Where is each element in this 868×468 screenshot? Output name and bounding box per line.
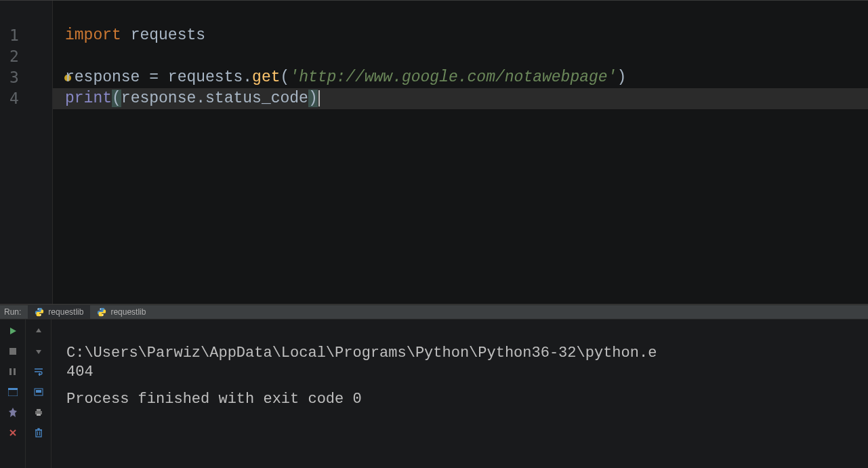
- code-text-area[interactable]: import requests response = requests.get(…: [53, 1, 868, 304]
- code-line-2[interactable]: [65, 46, 868, 67]
- run-config-name: requestlib: [110, 307, 146, 317]
- svg-rect-6: [9, 348, 16, 355]
- svg-marker-5: [10, 328, 16, 334]
- scroll-to-end-button[interactable]: [30, 385, 47, 399]
- stop-button[interactable]: [5, 344, 21, 359]
- line-number: 4: [0, 88, 52, 109]
- svg-point-1: [38, 309, 39, 310]
- run-label: Run:: [0, 307, 28, 317]
- python-icon: [97, 307, 106, 317]
- pause-button[interactable]: [5, 364, 21, 379]
- run-toolbar-secondary: [26, 319, 51, 468]
- svg-point-3: [100, 309, 102, 310]
- line-number: 2: [0, 46, 52, 67]
- rerun-button[interactable]: [5, 324, 21, 338]
- print-button[interactable]: [30, 405, 47, 420]
- svg-rect-8: [14, 368, 16, 375]
- run-toolbar-left: [0, 319, 26, 468]
- soft-wrap-button[interactable]: [30, 364, 47, 379]
- console-line: C:\Users\Parwiz\AppData\Local\Programs\P…: [66, 345, 657, 362]
- svg-point-4: [102, 315, 104, 316]
- code-line-1[interactable]: import requests: [65, 25, 868, 46]
- svg-rect-7: [9, 368, 12, 375]
- scroll-up-button[interactable]: [30, 324, 47, 338]
- run-config-tab-1[interactable]: requestlib: [28, 305, 90, 319]
- svg-point-2: [40, 315, 41, 316]
- svg-rect-10: [8, 388, 18, 390]
- run-config-tab-2[interactable]: requestlib: [90, 305, 152, 319]
- console-output[interactable]: C:\Users\Parwiz\AppData\Local\Programs\P…: [51, 319, 868, 468]
- run-config-name: requestlib: [48, 307, 83, 317]
- line-number: 3: [0, 67, 52, 88]
- svg-rect-14: [37, 409, 41, 411]
- python-icon: [35, 307, 44, 317]
- clear-all-button[interactable]: [30, 425, 47, 440]
- run-panel-header: Run: requestlib requestlib: [0, 305, 868, 319]
- layout-button[interactable]: [5, 385, 21, 399]
- svg-rect-16: [36, 430, 41, 437]
- line-number: 1: [0, 25, 52, 46]
- code-editor[interactable]: 1 2 3 4 import requests response = reque…: [0, 0, 868, 305]
- run-panel: C:\Users\Parwiz\AppData\Local\Programs\P…: [0, 319, 868, 468]
- line-number-gutter: 1 2 3 4: [0, 1, 53, 304]
- console-line: Process finished with exit code 0: [66, 391, 362, 408]
- scroll-down-button[interactable]: [30, 344, 47, 359]
- svg-rect-12: [36, 390, 41, 393]
- caret: [318, 90, 320, 106]
- close-tab-button[interactable]: [5, 425, 21, 440]
- code-line-3[interactable]: response = requests.get('http://www.goog…: [65, 67, 868, 88]
- code-line-4[interactable]: print(response.status_code): [65, 88, 868, 109]
- svg-rect-15: [37, 414, 41, 416]
- pin-button[interactable]: [5, 405, 21, 420]
- console-line: 404: [66, 364, 94, 381]
